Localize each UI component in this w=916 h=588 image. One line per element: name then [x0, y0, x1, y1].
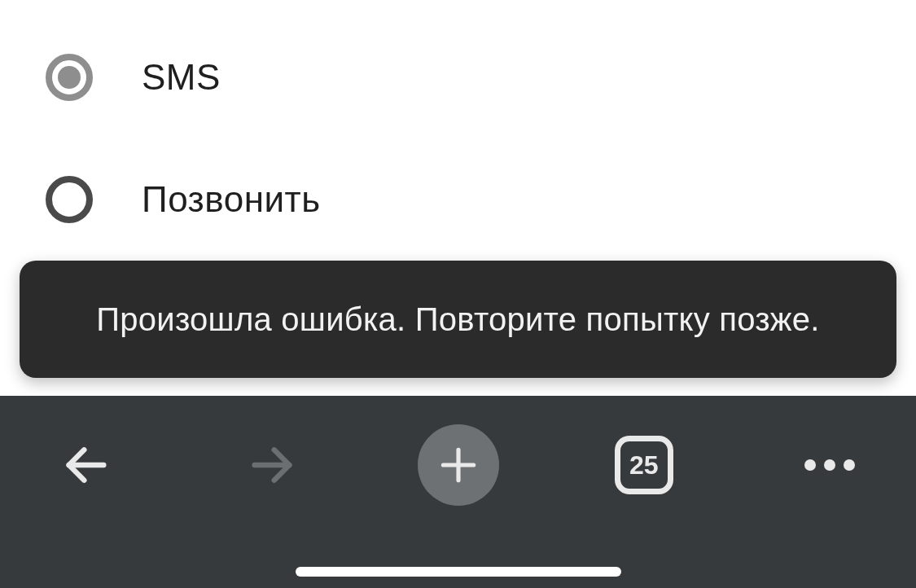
- radio-selected-icon: [46, 54, 93, 101]
- plus-icon: [436, 442, 481, 488]
- forward-button[interactable]: [231, 424, 313, 506]
- option-sms[interactable]: SMS: [0, 16, 916, 138]
- option-call-label: Позвонить: [142, 179, 321, 220]
- back-button[interactable]: [46, 424, 127, 506]
- svg-point-5: [824, 459, 835, 471]
- option-sms-label: SMS: [142, 57, 221, 98]
- verification-options: SMS Позвонить: [0, 0, 916, 261]
- home-indicator[interactable]: [296, 567, 621, 577]
- radio-unselected-icon: [46, 176, 93, 223]
- arrow-left-icon: [60, 439, 112, 491]
- browser-navbar: 25: [0, 396, 916, 588]
- error-toast-text: Произошла ошибка. Повторите попытку позж…: [96, 301, 819, 338]
- tabs-squircle-icon: 25: [615, 436, 673, 494]
- option-call[interactable]: Позвонить: [0, 138, 916, 261]
- arrow-right-icon: [246, 439, 298, 491]
- tabs-button[interactable]: 25: [603, 424, 685, 506]
- menu-button[interactable]: [789, 424, 870, 506]
- error-toast: Произошла ошибка. Повторите попытку позж…: [20, 261, 896, 378]
- more-horizontal-icon: [800, 455, 859, 475]
- new-tab-button[interactable]: [418, 424, 499, 506]
- tabs-count: 25: [629, 450, 659, 480]
- svg-point-6: [844, 459, 855, 471]
- svg-point-4: [804, 459, 816, 471]
